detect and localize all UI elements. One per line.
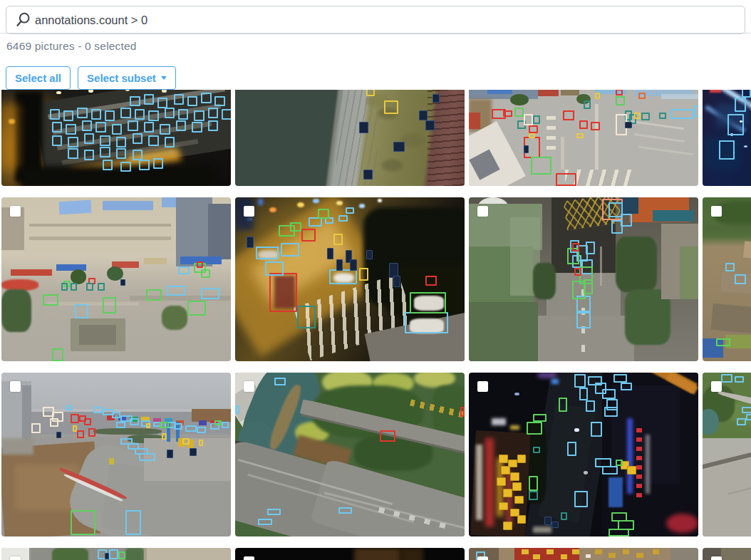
annotation-bbox [109, 549, 118, 559]
annotation-bbox [333, 234, 343, 245]
annotation-bbox [144, 94, 154, 105]
annotation-bbox [148, 110, 158, 121]
annotation-bbox [574, 268, 581, 276]
scene-detail [258, 199, 262, 205]
annotation-bbox [574, 374, 586, 387]
scene-detail [1, 438, 33, 455]
grid-image-tile[interactable] [235, 373, 465, 536]
annotation-bbox [63, 110, 73, 121]
scene-detail [109, 458, 113, 465]
annotation-bbox [533, 115, 540, 124]
annotation-bbox [265, 261, 284, 276]
annotation-bbox [346, 207, 355, 214]
annotation-bbox [256, 247, 279, 259]
select-all-button[interactable]: Select all [6, 66, 71, 90]
grid-image-tile[interactable] [703, 373, 751, 536]
tile-select-checkbox[interactable] [477, 381, 488, 392]
tile-select-checkbox[interactable] [711, 556, 722, 560]
annotation-bbox [247, 237, 254, 248]
grid-image-tile[interactable] [1, 373, 231, 536]
annotation-bbox [634, 113, 641, 119]
annotation-bbox [66, 405, 73, 410]
scene-detail [58, 199, 91, 214]
annotation-bbox [410, 292, 447, 313]
annotation-bbox [43, 294, 59, 306]
annotation-bbox [146, 423, 150, 428]
grid-image-tile[interactable] [703, 197, 751, 361]
tile-select-checkbox[interactable] [10, 381, 21, 392]
annotation-bbox [194, 110, 204, 121]
annotation-bbox [84, 418, 91, 425]
grid-image-tile[interactable] [703, 548, 751, 560]
annotation-bbox [103, 297, 116, 313]
tile-select-checkbox[interactable] [244, 556, 254, 560]
annotation-bbox [576, 311, 590, 328]
grid-image-tile[interactable] [1, 548, 231, 560]
annotation-bbox [274, 378, 286, 386]
grid-image-tile[interactable] [469, 373, 698, 536]
grid-image-tile[interactable] [469, 197, 698, 361]
scene-detail [621, 197, 639, 214]
scene-detail [492, 418, 505, 425]
annotation-bbox [460, 407, 465, 417]
annotation-bbox [716, 338, 730, 347]
annotation-bbox [735, 376, 744, 383]
tile-select-checkbox[interactable] [10, 206, 21, 217]
annotation-bbox [584, 279, 593, 294]
annotation-bbox [503, 110, 512, 117]
annotation-bbox [222, 422, 229, 428]
scene-detail [561, 554, 568, 559]
tile-select-checkbox[interactable] [711, 206, 722, 217]
annotation-bbox [503, 522, 512, 530]
annotation-bbox [290, 222, 301, 232]
annotation-bbox [327, 248, 334, 259]
scene-detail [586, 554, 590, 558]
scene-detail [485, 438, 494, 527]
annotation-bbox [616, 460, 623, 466]
annotation-bbox [584, 100, 591, 109]
annotation-bbox [56, 432, 61, 438]
tile-select-checkbox[interactable] [244, 381, 254, 392]
grid-image-tile[interactable] [235, 197, 465, 361]
tile-select-checkbox[interactable] [711, 381, 722, 392]
annotation-bbox [366, 250, 373, 260]
search-box[interactable] [6, 6, 745, 34]
annotation-bbox [572, 243, 579, 252]
tile-select-checkbox[interactable] [477, 556, 488, 560]
annotation-bbox [157, 98, 167, 108]
annotation-bbox [721, 374, 732, 383]
scene-detail [533, 527, 551, 533]
annotation-bbox [214, 96, 224, 107]
annotation-bbox [139, 453, 155, 462]
annotation-bbox [638, 93, 646, 99]
scene-detail [47, 302, 139, 306]
grid-image-tile[interactable] [235, 548, 465, 560]
grid-image-tile[interactable] [1, 197, 231, 361]
annotation-bbox [350, 259, 357, 271]
annotation-bbox [187, 96, 197, 107]
annotation-bbox [73, 425, 77, 432]
scene-detail [630, 120, 685, 130]
grid-image-tile[interactable] [469, 548, 698, 560]
scene-detail [608, 553, 616, 558]
annotation-bbox [222, 109, 231, 120]
annotation-bbox [153, 158, 163, 169]
scene-detail [382, 160, 403, 171]
annotation-bbox [576, 133, 584, 138]
annotation-bbox [133, 150, 143, 160]
scene-detail [572, 549, 579, 554]
search-input[interactable] [6, 6, 745, 33]
tile-select-checkbox[interactable] [244, 206, 254, 217]
annotation-bbox [611, 220, 623, 233]
tile-select-checkbox[interactable] [477, 206, 488, 217]
annotation-bbox [551, 522, 559, 528]
annotation-bbox [174, 423, 183, 430]
annotation-bbox [52, 122, 62, 133]
annotation-bbox [61, 283, 68, 291]
scene-detail [208, 204, 231, 259]
select-subset-button[interactable]: Select subset [78, 66, 176, 90]
annotation-bbox [670, 109, 693, 119]
tile-select-checkbox[interactable] [10, 556, 21, 560]
scene-detail [584, 471, 588, 475]
scene-detail [514, 393, 519, 396]
